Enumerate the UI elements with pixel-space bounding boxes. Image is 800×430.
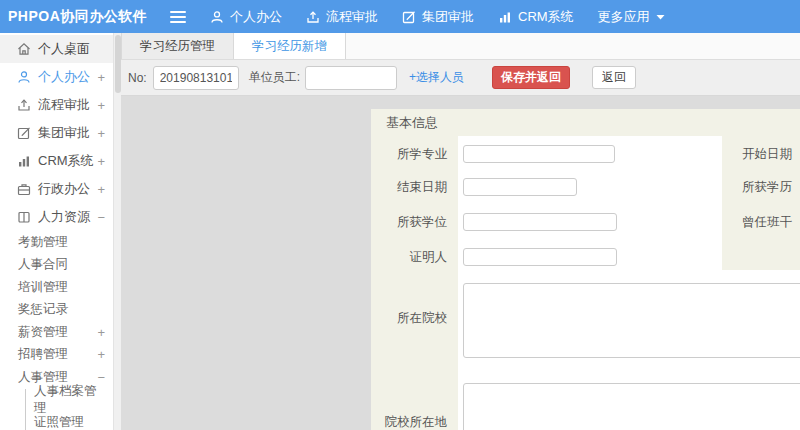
sidebar-nested-group: 人事档案管理 证照管理 — [25, 389, 113, 430]
expand-icon: + — [97, 154, 105, 169]
section-title: 基本信息 — [371, 109, 800, 136]
sidebar-item-label: 行政办公 — [38, 180, 90, 198]
user-icon — [210, 10, 224, 24]
sidebar-subitem-label: 人事档案管理 — [34, 383, 105, 417]
sidebar-subitem-label: 证照管理 — [34, 414, 84, 430]
main-area: 学习经历管理 学习经历新增 No: 单位员工: +选择人员 保存并返回 返回 基… — [121, 33, 800, 430]
expand-icon: + — [97, 182, 105, 197]
sidebar-item-human-resources[interactable]: 人力资源 − — [0, 203, 113, 231]
sidebar: 个人桌面 个人办公 + 流程审批 + 集团审批 + CRM系统 + 行政办公 +… — [0, 33, 113, 430]
sidebar-subitem-training[interactable]: 培训管理 — [0, 276, 113, 299]
sidebar-subitem-label: 人事合同 — [18, 256, 68, 273]
degree-input[interactable] — [463, 213, 617, 231]
chart-icon — [498, 10, 512, 24]
field-label-school-location: 院校所在地 — [371, 414, 447, 430]
back-button[interactable]: 返回 — [592, 66, 636, 89]
field-label-class-cadre: 曾任班干 — [742, 214, 792, 230]
home-icon — [17, 42, 31, 56]
choose-personnel-link[interactable]: +选择人员 — [409, 69, 464, 86]
topnav-label: 集团审批 — [422, 8, 474, 26]
expand-icon: − — [97, 210, 105, 225]
top-bar: PHPOA协同办公软件 个人办公 流程审批 集团审批 CRM系统 更多应用 — [0, 0, 800, 33]
field-label-reference: 证明人 — [371, 249, 447, 265]
sidebar-item-label: 人力资源 — [38, 208, 90, 226]
sidebar-item-label: 个人桌面 — [38, 40, 90, 58]
school-textarea[interactable] — [463, 283, 800, 358]
topnav-crm-system[interactable]: CRM系统 — [498, 8, 574, 26]
sidebar-item-admin-office[interactable]: 行政办公 + — [0, 175, 113, 203]
field-label-education: 所获学历 — [742, 179, 792, 195]
topnav-workflow-approval[interactable]: 流程审批 — [306, 8, 378, 26]
sidebar-subitem-rewards[interactable]: 奖惩记录 — [0, 299, 113, 322]
topnav-label: 流程审批 — [326, 8, 378, 26]
user-icon — [17, 70, 31, 84]
sidebar-item-crm-system[interactable]: CRM系统 + — [0, 147, 113, 175]
upload-icon — [17, 98, 31, 112]
sidebar-subitem-hr-contract[interactable]: 人事合同 — [0, 254, 113, 277]
form-toolbar: No: 单位员工: +选择人员 保存并返回 返回 — [121, 60, 800, 96]
no-label: No: — [128, 71, 147, 85]
caret-down-icon — [656, 14, 665, 20]
content-area: 基本信息 所学专业 开始日期 结束日期 所获学历 所获学位 曾任班干 证明人 所… — [121, 96, 800, 430]
menu-toggle-icon[interactable] — [170, 11, 186, 23]
chart-icon — [17, 154, 31, 168]
sidebar-item-workflow-approval[interactable]: 流程审批 + — [0, 91, 113, 119]
sidebar-subitem-personnel-archive[interactable]: 人事档案管理 — [26, 389, 113, 412]
sidebar-item-group-approval[interactable]: 集团审批 + — [0, 119, 113, 147]
topnav-label: 个人办公 — [230, 8, 282, 26]
end-date-input[interactable] — [463, 178, 577, 196]
upload-icon — [306, 10, 320, 24]
sidebar-subitem-label: 薪资管理 — [18, 324, 68, 341]
sidebar-scrollbar[interactable] — [113, 33, 121, 430]
employee-label: 单位员工: — [249, 69, 300, 86]
expand-icon: + — [97, 98, 105, 113]
briefcase-icon — [17, 182, 31, 196]
sidebar-subitem-label: 奖惩记录 — [18, 301, 68, 318]
app-logo: PHPOA协同办公软件 — [0, 8, 150, 26]
tab-bar: 学习经历管理 学习经历新增 — [121, 33, 800, 60]
field-label-school: 所在院校 — [371, 310, 447, 326]
sidebar-subitem-attendance[interactable]: 考勤管理 — [0, 231, 113, 254]
edit-icon — [402, 10, 416, 24]
topnav-more-apps[interactable]: 更多应用 — [598, 8, 665, 26]
book-icon — [17, 210, 31, 224]
topnav-label: 更多应用 — [598, 8, 650, 26]
expand-icon: + — [97, 347, 105, 362]
expand-icon: + — [97, 70, 105, 85]
sidebar-item-label: 集团审批 — [38, 124, 90, 142]
sidebar-item-personal-desktop[interactable]: 个人桌面 — [0, 35, 113, 63]
field-label-end-date: 结束日期 — [371, 179, 447, 195]
expand-icon: + — [97, 325, 105, 340]
save-and-return-button[interactable]: 保存并返回 — [492, 66, 570, 89]
tab-study-experience-new[interactable]: 学习经历新增 — [234, 33, 346, 59]
sidebar-subitem-salary[interactable]: 薪资管理 + — [0, 321, 113, 344]
topnav-personal-office[interactable]: 个人办公 — [210, 8, 282, 26]
field-label-major: 所学专业 — [371, 146, 447, 162]
basic-info-form: 基本信息 所学专业 开始日期 结束日期 所获学历 所获学位 曾任班干 证明人 所… — [371, 109, 800, 430]
form-body: 所学专业 开始日期 结束日期 所获学历 所获学位 曾任班干 证明人 所在院校 院… — [371, 136, 800, 430]
field-label-start-date: 开始日期 — [742, 146, 792, 162]
employee-input[interactable] — [305, 66, 397, 90]
sidebar-subitem-label: 考勤管理 — [18, 234, 68, 251]
reference-input[interactable] — [463, 248, 617, 266]
sidebar-item-label: 流程审批 — [38, 96, 90, 114]
sidebar-subitem-recruitment[interactable]: 招聘管理 + — [0, 344, 113, 367]
no-input[interactable] — [153, 66, 239, 90]
sidebar-subitem-label: 培训管理 — [18, 279, 68, 296]
major-input[interactable] — [463, 145, 615, 163]
school-location-textarea[interactable] — [463, 383, 800, 430]
sidebar-item-personal-office[interactable]: 个人办公 + — [0, 63, 113, 91]
edit-icon — [17, 126, 31, 140]
sidebar-item-label: CRM系统 — [38, 152, 94, 170]
tab-study-experience-manage[interactable]: 学习经历管理 — [121, 33, 234, 59]
sidebar-subitem-label: 招聘管理 — [18, 346, 68, 363]
top-nav: 个人办公 流程审批 集团审批 CRM系统 更多应用 — [210, 8, 665, 26]
sidebar-item-label: 个人办公 — [38, 68, 90, 86]
field-label-degree: 所获学位 — [371, 214, 447, 230]
topnav-group-approval[interactable]: 集团审批 — [402, 8, 474, 26]
expand-icon: + — [97, 126, 105, 141]
topnav-label: CRM系统 — [518, 8, 574, 26]
